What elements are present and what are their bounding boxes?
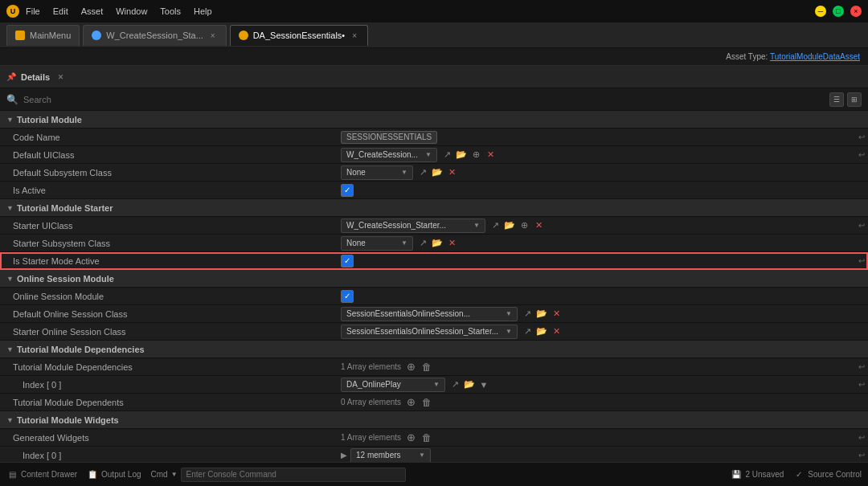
menu-asset[interactable]: Asset: [81, 6, 104, 16]
array-add-generated-widgets[interactable]: ⊕: [404, 431, 417, 444]
tab-da-session[interactable]: DA_SessionEssentials• ×: [230, 25, 368, 46]
search-input[interactable]: [23, 95, 825, 104]
starter-subsystem-class-dropdown[interactable]: None ▼: [341, 236, 413, 251]
section-tutorial-module-dependencies[interactable]: ▼ Tutorial Module Dependencies: [0, 341, 868, 358]
cmd-label[interactable]: Cmd: [151, 470, 168, 479]
prop-is-starter-mode-active: Is Starter Mode Active ✓ ↩: [0, 252, 868, 270]
add-starter-ui-icon[interactable]: ⊕: [518, 219, 530, 232]
browse-icon[interactable]: 📂: [455, 149, 468, 161]
prop-value-generated-widgets-index: ▶ 12 members ▼: [338, 448, 855, 463]
array-del-deps[interactable]: 🗑: [420, 361, 433, 374]
navigate-starter-sub-icon[interactable]: ↗: [416, 237, 429, 250]
is-starter-mode-active-checkbox[interactable]: ✓: [341, 255, 354, 268]
grid-view-button[interactable]: ⊞: [847, 92, 862, 107]
content-drawer-button[interactable]: ▤ Content Drawer: [6, 469, 77, 480]
prop-label-starter-online-session: Starter Online Session Class: [0, 327, 338, 337]
browse-starter-sub-icon[interactable]: 📂: [431, 237, 444, 250]
expand-deps-index-icon[interactable]: ▼: [477, 378, 490, 391]
menu-help[interactable]: Help: [194, 6, 212, 16]
unsaved-indicator[interactable]: 💾 2 Unsaved: [731, 469, 784, 480]
navigate-starter-online-icon[interactable]: ↗: [521, 325, 534, 338]
generated-widgets-members-dropdown[interactable]: 12 members ▼: [350, 448, 431, 463]
prop-value-tutorial-module-deps: 1 Array elements ⊕ 🗑: [338, 361, 855, 374]
browse-subsystem-icon[interactable]: 📂: [431, 166, 444, 179]
online-session-module-checkbox[interactable]: ✓: [341, 290, 354, 303]
details-close-button[interactable]: ×: [58, 71, 63, 83]
unsaved-label: 2 Unsaved: [745, 470, 784, 479]
navigate-subsystem-icon[interactable]: ↗: [416, 166, 429, 179]
asset-type-value[interactable]: TutorialModuleDataAsset: [770, 52, 860, 61]
reset-code-name[interactable]: ↩: [855, 131, 868, 144]
prop-label-starter-ui-class: Starter UIClass: [0, 221, 338, 231]
search-bar: 🔍 ☰ ⊞: [0, 88, 868, 111]
tab-w-create[interactable]: W_CreateSession_Sta... ×: [83, 25, 226, 46]
tab-close-w-create[interactable]: ×: [208, 31, 218, 41]
prop-label-code-name: Code Name: [0, 133, 338, 142]
section-tutorial-module-widgets[interactable]: ▼ Tutorial Module Widgets: [0, 411, 868, 429]
reset-is-starter-mode-active[interactable]: ↩: [855, 255, 868, 268]
is-active-checkbox[interactable]: ✓: [341, 184, 354, 197]
reset-tutorial-module-deps[interactable]: ↩: [855, 361, 868, 374]
starter-ui-class-dropdown[interactable]: W_CreateSession_Starter... ▼: [341, 218, 485, 233]
starter-online-session-dropdown[interactable]: SessionEssentialsOnlineSession_Starter..…: [341, 325, 518, 339]
section-chevron-online: ▼: [6, 275, 14, 283]
default-subsystem-class-dropdown[interactable]: None ▼: [341, 165, 413, 180]
reset-deps-index[interactable]: ↩: [855, 378, 868, 391]
prop-is-active: Is Active ✓: [0, 182, 868, 199]
reset-default-ui-class[interactable]: ↩: [855, 149, 868, 161]
clear-starter-online-icon[interactable]: ✕: [550, 325, 563, 338]
close-button[interactable]: ×: [850, 6, 862, 17]
clear-default-online-icon[interactable]: ✕: [550, 308, 563, 321]
menu-tools[interactable]: Tools: [160, 6, 181, 16]
add-icon[interactable]: ⊕: [469, 149, 482, 161]
browse-starter-online-icon[interactable]: 📂: [535, 325, 548, 338]
navigate-starter-ui-icon[interactable]: ↗: [489, 219, 502, 232]
navigate-icon[interactable]: ↗: [440, 149, 453, 161]
array-del-generated-widgets[interactable]: 🗑: [420, 431, 433, 444]
source-control-button[interactable]: ✓ Source Control: [793, 469, 862, 480]
section-tutorial-module-starter[interactable]: ▼ Tutorial Module Starter: [0, 199, 868, 217]
list-view-button[interactable]: ☰: [829, 92, 844, 107]
prop-starter-ui-class: Starter UIClass W_CreateSession_Starter.…: [0, 217, 868, 235]
section-title-starter: Tutorial Module Starter: [17, 203, 113, 213]
reset-generated-widgets-index[interactable]: ↩: [855, 449, 868, 462]
default-online-session-dropdown[interactable]: SessionEssentialsOnlineSession... ▼: [341, 307, 518, 321]
deps-index-dropdown[interactable]: DA_OnlinePlay ▼: [341, 378, 445, 392]
minimize-button[interactable]: ─: [815, 6, 826, 17]
menu-edit[interactable]: Edit: [53, 6, 68, 16]
prop-default-subsystem-class: Default Subsystem Class None ▼ ↗ 📂 ✕: [0, 164, 868, 182]
cmd-input[interactable]: [181, 468, 406, 482]
tab-main-menu[interactable]: MainMenu: [6, 25, 80, 46]
browse-starter-ui-icon[interactable]: 📂: [503, 219, 516, 232]
browse-deps-index-icon[interactable]: 📂: [463, 378, 476, 391]
output-log-button[interactable]: 📋 Output Log: [87, 469, 141, 480]
reset-generated-widgets[interactable]: ↩: [855, 431, 868, 444]
section-title-widgets: Tutorial Module Widgets: [17, 415, 119, 425]
prop-label-tutorial-module-dependents: Tutorial Module Dependents: [0, 398, 338, 407]
section-online-session-module[interactable]: ▼ Online Session Module: [0, 270, 868, 288]
checkbox-checkmark-online: ✓: [344, 292, 350, 300]
clear-starter-sub-icon[interactable]: ✕: [445, 237, 458, 250]
prop-value-starter-subsystem-class: None ▼ ↗ 📂 ✕: [338, 236, 868, 251]
clear-icon[interactable]: ✕: [484, 149, 497, 161]
navigate-default-online-icon[interactable]: ↗: [521, 308, 534, 321]
section-title-deps: Tutorial Module Dependencies: [17, 345, 145, 354]
reset-starter-ui-class[interactable]: ↩: [855, 219, 868, 232]
default-ui-class-dropdown[interactable]: W_CreateSession... ▼: [341, 148, 437, 162]
array-add-deps[interactable]: ⊕: [404, 361, 417, 374]
menu-file[interactable]: File: [26, 6, 40, 16]
browse-default-online-icon[interactable]: 📂: [535, 308, 548, 321]
prop-value-is-active: ✓: [338, 184, 868, 197]
default-online-session-actions: ↗ 📂 ✕: [521, 308, 563, 321]
array-del-dependents[interactable]: 🗑: [420, 396, 433, 409]
title-bar: U File Edit Asset Window Tools Help ─ □ …: [0, 0, 868, 22]
menu-window[interactable]: Window: [116, 6, 147, 16]
navigate-deps-index-icon[interactable]: ↗: [448, 378, 461, 391]
clear-starter-ui-icon[interactable]: ✕: [532, 219, 545, 232]
array-add-dependents[interactable]: ⊕: [404, 396, 417, 409]
maximize-button[interactable]: □: [833, 6, 844, 17]
generated-widgets-members-chevron[interactable]: ▶: [341, 451, 347, 459]
tab-close-da-session[interactable]: ×: [350, 31, 359, 41]
section-tutorial-module[interactable]: ▼ Tutorial Module: [0, 111, 868, 129]
clear-subsystem-icon[interactable]: ✕: [445, 166, 458, 179]
